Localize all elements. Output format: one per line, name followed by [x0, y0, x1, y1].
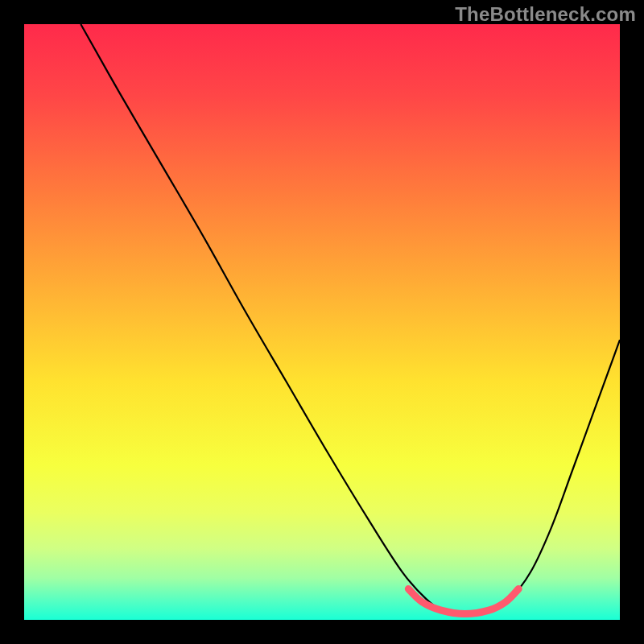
chart-stage: TheBottleneck.com — [0, 0, 644, 644]
bottleneck-chart — [0, 0, 644, 644]
watermark-text: TheBottleneck.com — [455, 3, 636, 26]
gradient-plot-area — [24, 24, 620, 620]
